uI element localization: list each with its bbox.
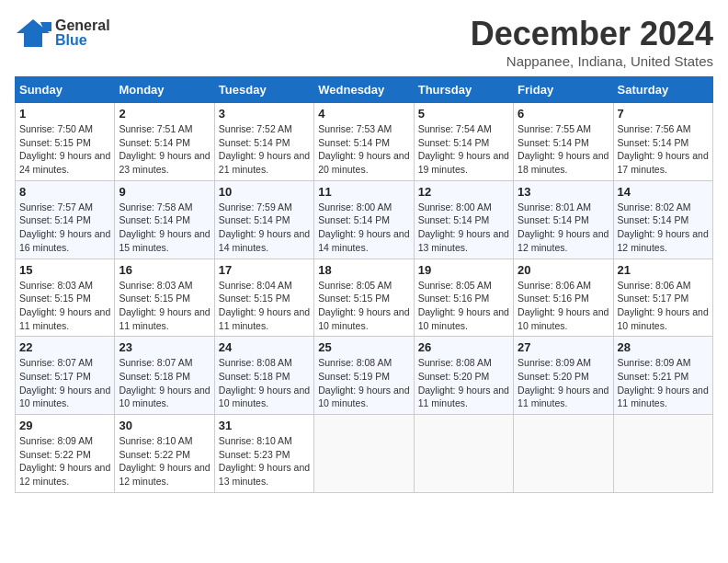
calendar-cell: 26Sunrise: 8:08 AMSunset: 5:20 PMDayligh… — [414, 337, 513, 415]
day-number: 29 — [19, 419, 110, 432]
day-number: 11 — [318, 185, 409, 199]
day-info: Sunrise: 8:02 AMSunset: 5:14 PMDaylight:… — [618, 201, 709, 255]
calendar-cell: 7Sunrise: 7:56 AMSunset: 5:14 PMDaylight… — [613, 103, 712, 181]
calendar-week-row: 15Sunrise: 8:03 AMSunset: 5:15 PMDayligh… — [16, 259, 713, 337]
day-info: Sunrise: 8:08 AMSunset: 5:18 PMDaylight:… — [219, 356, 310, 410]
day-info: Sunrise: 7:51 AMSunset: 5:14 PMDaylight:… — [119, 122, 210, 177]
day-info: Sunrise: 7:55 AMSunset: 5:14 PMDaylight:… — [518, 122, 609, 177]
calendar-cell: 21Sunrise: 8:06 AMSunset: 5:17 PMDayligh… — [613, 259, 712, 337]
logo-text: General Blue — [55, 18, 110, 48]
location-title: Nappanee, Indiana, United States — [471, 53, 713, 69]
day-info: Sunrise: 7:59 AMSunset: 5:14 PMDaylight:… — [219, 201, 310, 255]
calendar-cell: 30Sunrise: 8:10 AMSunset: 5:22 PMDayligh… — [115, 415, 214, 493]
day-number: 6 — [518, 107, 609, 121]
weekday-header: Wednesday — [314, 77, 414, 103]
logo-blue-text: Blue — [55, 33, 110, 48]
calendar-week-row: 22Sunrise: 8:07 AMSunset: 5:17 PMDayligh… — [16, 337, 713, 415]
day-number: 15 — [19, 263, 110, 277]
day-number: 13 — [518, 185, 609, 199]
day-info: Sunrise: 8:03 AMSunset: 5:15 PMDaylight:… — [19, 279, 110, 333]
logo-icon — [15, 15, 51, 52]
logo: General Blue — [15, 15, 110, 52]
weekday-header: Tuesday — [214, 77, 313, 103]
calendar-cell: 5Sunrise: 7:54 AMSunset: 5:14 PMDaylight… — [414, 103, 513, 181]
calendar-cell: 28Sunrise: 8:09 AMSunset: 5:21 PMDayligh… — [613, 337, 712, 415]
calendar-cell: 24Sunrise: 8:08 AMSunset: 5:18 PMDayligh… — [214, 337, 313, 415]
day-info: Sunrise: 8:10 AMSunset: 5:22 PMDaylight:… — [119, 434, 210, 488]
day-info: Sunrise: 7:54 AMSunset: 5:14 PMDaylight:… — [418, 122, 509, 177]
day-number: 3 — [219, 107, 310, 121]
calendar-header-row: SundayMondayTuesdayWednesdayThursdayFrid… — [16, 77, 713, 103]
day-number: 18 — [318, 263, 409, 277]
day-info: Sunrise: 7:57 AMSunset: 5:14 PMDaylight:… — [19, 201, 110, 255]
day-info: Sunrise: 8:06 AMSunset: 5:16 PMDaylight:… — [518, 279, 609, 333]
day-info: Sunrise: 8:07 AMSunset: 5:17 PMDaylight:… — [19, 356, 110, 410]
calendar-cell: 29Sunrise: 8:09 AMSunset: 5:22 PMDayligh… — [16, 415, 115, 493]
day-number: 23 — [119, 340, 210, 354]
day-info: Sunrise: 8:10 AMSunset: 5:23 PMDaylight:… — [219, 434, 310, 488]
calendar-cell: 20Sunrise: 8:06 AMSunset: 5:16 PMDayligh… — [514, 259, 613, 337]
header: General Blue December 2024 Nappanee, Ind… — [15, 15, 713, 69]
calendar-cell: 1Sunrise: 7:50 AMSunset: 5:15 PMDaylight… — [16, 103, 115, 181]
calendar-cell — [414, 415, 513, 493]
day-number: 4 — [318, 107, 409, 121]
day-info: Sunrise: 8:05 AMSunset: 5:15 PMDaylight:… — [318, 279, 409, 333]
day-number: 9 — [119, 185, 210, 199]
day-info: Sunrise: 8:09 AMSunset: 5:21 PMDaylight:… — [618, 356, 709, 410]
calendar-cell: 13Sunrise: 8:01 AMSunset: 5:14 PMDayligh… — [514, 180, 613, 259]
day-info: Sunrise: 8:06 AMSunset: 5:17 PMDaylight:… — [618, 279, 709, 333]
title-area: December 2024 Nappanee, Indiana, United … — [471, 15, 713, 69]
calendar-cell: 15Sunrise: 8:03 AMSunset: 5:15 PMDayligh… — [16, 259, 115, 337]
month-title: December 2024 — [471, 15, 713, 53]
day-number: 22 — [19, 340, 110, 354]
calendar-cell: 10Sunrise: 7:59 AMSunset: 5:14 PMDayligh… — [214, 180, 313, 259]
calendar-cell: 3Sunrise: 7:52 AMSunset: 5:14 PMDaylight… — [214, 103, 313, 181]
day-number: 14 — [618, 185, 709, 199]
calendar-week-row: 8Sunrise: 7:57 AMSunset: 5:14 PMDaylight… — [16, 180, 713, 259]
day-info: Sunrise: 7:56 AMSunset: 5:14 PMDaylight:… — [618, 122, 709, 177]
calendar-cell — [514, 415, 613, 493]
day-info: Sunrise: 8:03 AMSunset: 5:15 PMDaylight:… — [119, 279, 210, 333]
calendar-week-row: 1Sunrise: 7:50 AMSunset: 5:15 PMDaylight… — [16, 103, 713, 181]
day-number: 17 — [219, 263, 310, 277]
day-number: 5 — [418, 107, 509, 121]
day-number: 28 — [618, 340, 709, 354]
calendar-week-row: 29Sunrise: 8:09 AMSunset: 5:22 PMDayligh… — [16, 415, 713, 493]
day-number: 19 — [418, 263, 509, 277]
day-number: 12 — [418, 185, 509, 199]
day-info: Sunrise: 7:52 AMSunset: 5:14 PMDaylight:… — [219, 122, 310, 177]
calendar-cell: 4Sunrise: 7:53 AMSunset: 5:14 PMDaylight… — [314, 103, 414, 181]
day-number: 10 — [219, 185, 310, 199]
day-info: Sunrise: 7:53 AMSunset: 5:14 PMDaylight:… — [318, 122, 409, 177]
day-info: Sunrise: 8:07 AMSunset: 5:18 PMDaylight:… — [119, 356, 210, 410]
calendar-cell: 2Sunrise: 7:51 AMSunset: 5:14 PMDaylight… — [115, 103, 214, 181]
day-info: Sunrise: 7:50 AMSunset: 5:15 PMDaylight:… — [19, 122, 110, 177]
weekday-header: Thursday — [414, 77, 513, 103]
day-number: 31 — [219, 419, 310, 432]
day-number: 20 — [518, 263, 609, 277]
day-number: 1 — [19, 107, 110, 121]
day-info: Sunrise: 8:09 AMSunset: 5:22 PMDaylight:… — [19, 434, 110, 488]
calendar-cell: 19Sunrise: 8:05 AMSunset: 5:16 PMDayligh… — [414, 259, 513, 337]
calendar-cell: 17Sunrise: 8:04 AMSunset: 5:15 PMDayligh… — [214, 259, 313, 337]
calendar-cell — [613, 415, 712, 493]
weekday-header: Monday — [115, 77, 214, 103]
day-number: 7 — [618, 107, 709, 121]
calendar-cell: 14Sunrise: 8:02 AMSunset: 5:14 PMDayligh… — [613, 180, 712, 259]
day-number: 16 — [119, 263, 210, 277]
day-info: Sunrise: 8:01 AMSunset: 5:14 PMDaylight:… — [518, 201, 609, 255]
weekday-header: Sunday — [16, 77, 115, 103]
calendar-cell: 16Sunrise: 8:03 AMSunset: 5:15 PMDayligh… — [115, 259, 214, 337]
day-number: 27 — [518, 340, 609, 354]
calendar-cell — [314, 415, 414, 493]
day-number: 25 — [318, 340, 409, 354]
weekday-header: Saturday — [613, 77, 712, 103]
calendar-cell: 23Sunrise: 8:07 AMSunset: 5:18 PMDayligh… — [115, 337, 214, 415]
day-number: 24 — [219, 340, 310, 354]
day-info: Sunrise: 8:00 AMSunset: 5:14 PMDaylight:… — [318, 201, 409, 255]
day-number: 30 — [119, 419, 210, 432]
calendar-cell: 22Sunrise: 8:07 AMSunset: 5:17 PMDayligh… — [16, 337, 115, 415]
calendar-cell: 25Sunrise: 8:08 AMSunset: 5:19 PMDayligh… — [314, 337, 414, 415]
calendar-cell: 8Sunrise: 7:57 AMSunset: 5:14 PMDaylight… — [16, 180, 115, 259]
day-info: Sunrise: 8:00 AMSunset: 5:14 PMDaylight:… — [418, 201, 509, 255]
